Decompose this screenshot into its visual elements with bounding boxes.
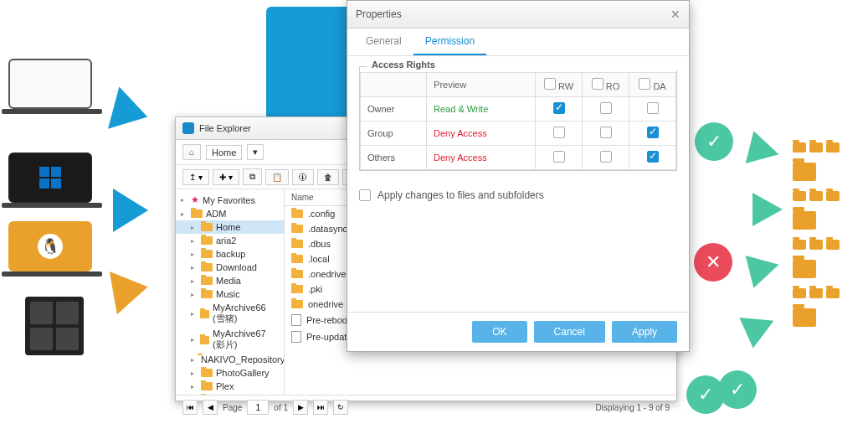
pager-of-label: of 1 <box>274 403 288 412</box>
new-button[interactable]: ✚ ▾ <box>213 169 239 185</box>
tree-item[interactable]: ▸ADM <box>176 207 284 220</box>
tab-bar: General Permission <box>347 28 689 56</box>
pager-display-text: Displaying 1 - 9 of 9 <box>596 403 670 412</box>
tree-item-label: Download <box>216 262 257 272</box>
rw-checkbox[interactable] <box>553 151 565 163</box>
pager-prev-button[interactable]: ◀ <box>203 400 218 415</box>
tree-item-label: aria2 <box>216 235 236 246</box>
upload-button[interactable]: ↥ ▾ <box>182 169 209 185</box>
folder-icon <box>201 250 213 258</box>
ro-checkbox[interactable] <box>600 102 612 114</box>
pager-first-button[interactable]: ⏮ <box>182 400 198 415</box>
linux-icon: 🐧 <box>38 234 63 259</box>
destination-folders <box>793 142 860 327</box>
tree-item[interactable]: ▸aria2 <box>176 234 284 247</box>
arrow-icon <box>746 131 783 171</box>
access-rights-fieldset: Access Rights Preview RW RO DA OwnerRead… <box>359 66 677 171</box>
mac-laptop <box>8 59 92 109</box>
apply-subfolders-checkbox[interactable] <box>359 189 371 201</box>
properties-button[interactable]: 🛈 <box>292 169 314 185</box>
tree-item-label: ADM <box>206 209 226 219</box>
allow-check-icon: ✓ <box>695 122 733 161</box>
rights-preview: Deny Access <box>427 122 536 146</box>
tree-item[interactable]: ▸Home <box>176 220 284 234</box>
breadcrumb-root-button[interactable]: ⌂ <box>182 144 201 160</box>
da-checkbox[interactable] <box>647 127 659 138</box>
tree-item[interactable]: ▸NAKIVO_Repository <box>176 353 284 366</box>
rights-row: OthersDeny Access <box>361 146 676 170</box>
access-rights-legend: Access Rights <box>367 59 683 70</box>
pager-next-button[interactable]: ▶ <box>293 400 308 415</box>
zip-file-icon <box>291 331 301 343</box>
tree-item-label: backup <box>216 249 245 259</box>
folder-icon <box>291 270 303 278</box>
col-ro: RO <box>583 73 629 97</box>
folder-icon <box>200 336 210 344</box>
folder-icon <box>191 209 203 218</box>
tree-item[interactable]: ▸MyArchive66 (雪猪) <box>176 301 284 327</box>
file-name: .onedrive <box>308 269 346 279</box>
pager-last-button[interactable]: ⏭ <box>313 400 328 415</box>
checkbox-icon <box>592 78 603 90</box>
folder-icon <box>201 223 213 231</box>
tree-item[interactable]: ▸Media <box>176 274 284 287</box>
rights-row: GroupDeny Access <box>361 122 676 146</box>
tree-item-label: Home <box>216 222 240 232</box>
tab-general[interactable]: General <box>354 28 413 55</box>
file-name: onedrive <box>308 299 343 309</box>
copy-button[interactable]: ⧉ <box>243 168 262 185</box>
rights-who: Others <box>361 146 427 170</box>
folder-icon <box>201 277 213 285</box>
tree-item[interactable]: ▸backup <box>176 247 284 261</box>
tree-item[interactable]: ▸PostgreSQL <box>176 393 284 395</box>
folder-icon <box>291 300 303 308</box>
apply-subfolders-label: Apply changes to files and subfolders <box>378 189 544 201</box>
properties-dialog: Properties ✕ General Permission Access R… <box>347 0 690 352</box>
ro-checkbox[interactable] <box>600 151 612 163</box>
tree-item-label: Plex <box>216 381 234 391</box>
breadcrumb-segment[interactable]: Home <box>206 145 242 160</box>
da-checkbox[interactable] <box>647 102 659 114</box>
apply-button[interactable]: Apply <box>612 321 677 343</box>
tree-item[interactable]: ▸MyArchive67 (影片) <box>176 327 284 353</box>
windows-laptop <box>8 153 92 203</box>
deny-x-icon: ✕ <box>694 243 732 282</box>
star-icon: ★ <box>191 194 199 205</box>
tab-permission[interactable]: Permission <box>413 28 486 55</box>
favorites-label: My Favorites <box>203 195 255 205</box>
tree-item[interactable]: ▸Plex <box>176 380 284 393</box>
folder-tree: ▸★My Favorites ▸ADM▸Home▸aria2▸backup▸Do… <box>176 189 285 395</box>
arrow-icon <box>752 193 783 226</box>
favorites-root[interactable]: ▸★My Favorites <box>176 193 284 207</box>
da-checkbox[interactable] <box>647 151 659 163</box>
pager-refresh-button[interactable]: ↻ <box>333 400 348 415</box>
window-title: File Explorer <box>199 123 251 133</box>
arrow-icon <box>739 305 780 348</box>
arrow-icon <box>746 248 783 288</box>
arrow-icon <box>110 266 152 315</box>
file-name: .pki <box>308 284 322 294</box>
rw-checkbox[interactable] <box>553 102 565 114</box>
rights-who: Group <box>361 122 427 146</box>
allow-check-icon: ✓ <box>686 375 725 414</box>
folder-icon <box>793 260 816 278</box>
paste-button[interactable]: 📋 <box>265 169 289 185</box>
tree-item[interactable]: ▸PhotoGallery <box>176 366 284 380</box>
close-icon[interactable]: ✕ <box>670 8 681 21</box>
cancel-button[interactable]: Cancel <box>534 321 605 343</box>
tree-item[interactable]: ▸Download <box>176 261 284 274</box>
folder-icon <box>291 255 303 263</box>
pager-page-input[interactable] <box>247 400 269 415</box>
ro-checkbox[interactable] <box>600 127 612 138</box>
delete-button[interactable]: 🗑 <box>317 169 339 185</box>
ok-button[interactable]: OK <box>472 321 526 343</box>
breadcrumb-dropdown[interactable]: ▾ <box>247 144 264 160</box>
tree-item-label: MyArchive66 (雪猪) <box>213 302 279 325</box>
tree-item[interactable]: ▸Music <box>176 287 284 301</box>
file-name: .config <box>308 209 335 219</box>
tree-item-label: MyArchive67 (影片) <box>213 328 279 351</box>
rw-checkbox[interactable] <box>553 127 565 138</box>
tree-item-label: Music <box>216 289 240 299</box>
rights-preview: Deny Access <box>427 146 536 170</box>
folder-icon <box>793 211 816 230</box>
